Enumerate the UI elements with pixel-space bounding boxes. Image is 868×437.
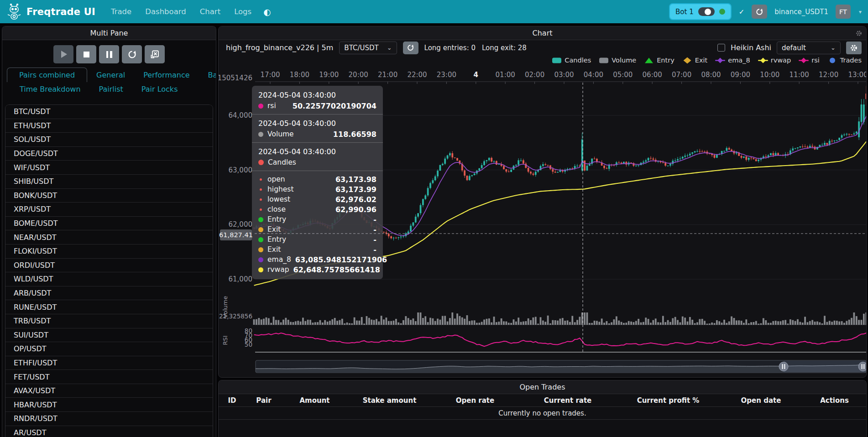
plot-config-value: default xyxy=(782,44,806,52)
open-trades-title: Open Trades xyxy=(520,383,565,391)
pair-list-item[interactable]: AVAX/USDT xyxy=(5,384,213,398)
stop-bot-button[interactable] xyxy=(76,45,96,63)
reload-config-button[interactable] xyxy=(122,45,142,63)
pair-list-item[interactable]: WLD/USDT xyxy=(5,272,213,286)
legend-label: Trades xyxy=(840,57,862,64)
tab-pairs-combined[interactable]: Pairs combined xyxy=(7,68,87,82)
pair-list-item[interactable]: SOL/USDT xyxy=(5,133,213,147)
pair-list-item[interactable]: ETHFI/USDT xyxy=(5,356,213,370)
bot-controls xyxy=(2,45,216,63)
tab-time-breakdown[interactable]: Time Breakdown xyxy=(10,82,90,96)
pair-list-item[interactable]: BTC/USDT xyxy=(5,105,213,119)
pair-select[interactable]: BTC/USDT ⌄ xyxy=(339,42,397,54)
open-trades-header[interactable]: Open Trades xyxy=(219,380,866,394)
user-avatar[interactable]: FT xyxy=(836,5,851,19)
pane-tabs-row2: Time BreakdownPairlistPair Locks xyxy=(2,82,216,96)
pair-list-item[interactable]: RNDR/USDT xyxy=(5,412,213,426)
forcexit-all-button[interactable] xyxy=(145,45,165,63)
nav-link-logs[interactable]: Logs xyxy=(234,7,251,16)
tab-balance[interactable]: Balance xyxy=(199,68,216,82)
bot-selector[interactable]: Bot 1 xyxy=(669,3,732,20)
column-header-pair: Pair xyxy=(246,396,282,405)
legend-label: rvwap xyxy=(771,57,791,64)
nav-link-chart[interactable]: Chart xyxy=(200,7,220,16)
tab-pair-locks[interactable]: Pair Locks xyxy=(132,82,187,96)
pair-list-item[interactable]: FLOKI/USDT xyxy=(5,245,213,259)
tab-performance[interactable]: Performance xyxy=(134,68,199,82)
heikin-ashi-checkbox[interactable] xyxy=(717,44,725,52)
pair-list-item[interactable]: SUI/USDT xyxy=(5,328,213,343)
pair-list-item[interactable]: WIF/USDT xyxy=(5,161,213,175)
multi-pane-header[interactable]: Multi Pane xyxy=(2,26,216,40)
pair-list-item[interactable]: RUNE/USDT xyxy=(5,300,213,314)
column-header-current-rate: Current rate xyxy=(518,396,617,405)
svg-text:05:00: 05:00 xyxy=(613,71,633,79)
legend-label: Volume xyxy=(612,57,636,64)
column-header-open-date: Open date xyxy=(719,396,803,405)
reload-bot-button[interactable] xyxy=(752,5,767,19)
bot-name-label: Bot 1 xyxy=(675,8,694,16)
svg-text:62,000: 62,000 xyxy=(229,220,253,229)
long-entries-count: Long entries: 0 xyxy=(424,44,476,52)
pair-list-item[interactable]: NEAR/USDT xyxy=(5,230,213,245)
bot-toggle[interactable] xyxy=(698,7,715,16)
svg-text:22:00: 22:00 xyxy=(407,71,427,79)
brand[interactable]: Freqtrade UI xyxy=(6,4,95,20)
pair-list-item[interactable]: SHIB/USDT xyxy=(5,175,213,189)
multi-pane-panel: Multi Pane Pairs combinedGeneralPerforma… xyxy=(2,26,216,437)
pair-list-item[interactable]: ORDI/USDT xyxy=(5,259,213,273)
svg-text:21:00: 21:00 xyxy=(378,71,397,79)
open-trades-empty-row: Currently no open trades. xyxy=(219,406,866,420)
rsi-marker-icon xyxy=(799,57,809,64)
legend-item-entry[interactable]: Entry xyxy=(644,57,675,64)
pair-list-item[interactable]: HBAR/USDT xyxy=(5,398,213,412)
pair-list-item[interactable]: BONK/USDT xyxy=(5,189,213,203)
pair-list-item[interactable]: AR/USDT xyxy=(5,426,213,437)
pause-bot-button[interactable] xyxy=(99,45,119,63)
user-menu-caret-icon[interactable]: ▾ xyxy=(859,9,862,15)
pair-list-item[interactable]: XRP/USDT xyxy=(5,203,213,217)
pair-list-item[interactable]: OP/USDT xyxy=(5,342,213,356)
plot-settings-button[interactable] xyxy=(846,42,862,54)
svg-text:21,325856: 21,325856 xyxy=(219,312,252,320)
rvwap-marker-icon xyxy=(758,57,768,64)
crosshair-price-badge: 61,827.41 xyxy=(220,229,252,240)
pair-list-item[interactable]: FET/USDT xyxy=(5,370,213,384)
play-icon xyxy=(61,51,67,58)
pause-icon xyxy=(106,51,112,58)
open-trades-columns: IDPairAmountStake amountOpen rateCurrent… xyxy=(219,394,866,406)
legend-item-rsi[interactable]: rsi xyxy=(799,57,820,64)
pair-list-item[interactable]: BOME/USDT xyxy=(5,217,213,231)
tab-general[interactable]: General xyxy=(87,68,134,82)
svg-text:50: 50 xyxy=(245,341,252,348)
column-header-stake-amount: Stake amount xyxy=(347,396,432,405)
svg-text:02:00: 02:00 xyxy=(525,71,544,79)
plot-config-select[interactable]: default ⌄ xyxy=(777,42,841,54)
open-trades-panel: Open Trades IDPairAmountStake amountOpen… xyxy=(218,380,867,437)
app-title: Freqtrade UI xyxy=(26,6,95,17)
legend-item-volume[interactable]: Volume xyxy=(599,57,636,64)
price-chart[interactable]: 17:0018:0019:0020:0021:0022:0023:00401:0… xyxy=(219,65,867,378)
pair-list-item[interactable]: ARB/USDT xyxy=(5,286,213,301)
column-header-id: ID xyxy=(219,396,246,405)
legend-item-candles[interactable]: Candles xyxy=(552,57,591,64)
check-icon: ✓ xyxy=(739,8,745,16)
legend-item-trades[interactable]: Trades xyxy=(827,57,862,64)
legend-item-rvwap[interactable]: rvwap xyxy=(758,57,791,64)
nav-link-trade[interactable]: Trade xyxy=(111,7,131,16)
tab-pairlist[interactable]: Pairlist xyxy=(90,82,132,96)
legend-item-ema_8[interactable]: ema_8 xyxy=(715,57,750,64)
legend-item-exit[interactable]: Exit xyxy=(682,57,707,64)
chart-header-gear-icon[interactable] xyxy=(856,30,862,36)
pair-list-item[interactable]: DOGE/USDT xyxy=(5,147,213,161)
nav-link-dashboard[interactable]: Dashboard xyxy=(145,7,186,16)
svg-text:07:00: 07:00 xyxy=(672,71,691,79)
pair-list-item[interactable]: TRB/USDT xyxy=(5,314,213,328)
stop-icon xyxy=(84,52,89,57)
pair-list-item[interactable]: ETH/USDT xyxy=(5,119,213,133)
svg-text:18:00: 18:00 xyxy=(290,71,309,79)
chart-header[interactable]: Chart xyxy=(219,26,866,40)
theme-toggle-icon[interactable]: ◐ xyxy=(263,7,271,17)
refresh-chart-button[interactable] xyxy=(403,42,418,54)
start-bot-button[interactable] xyxy=(53,45,73,63)
